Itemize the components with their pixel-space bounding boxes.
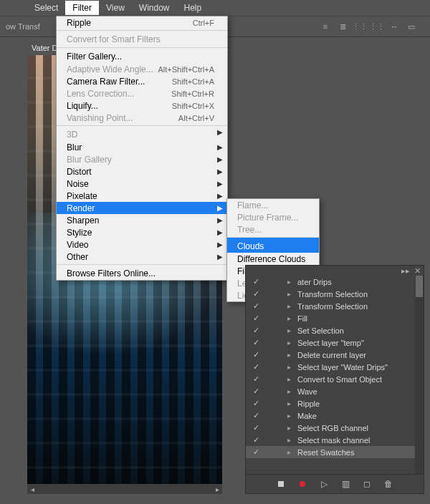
menu-item-video[interactable]: Video▶ <box>57 238 227 251</box>
expand-icon[interactable]: ▸ <box>287 436 297 444</box>
menu-item-flame: Flame... <box>227 199 319 211</box>
menu-item-clouds[interactable]: Clouds <box>227 237 319 253</box>
menu-window[interactable]: Window <box>132 1 177 15</box>
check-icon[interactable]: ✓ <box>246 350 266 359</box>
canvas-hscroll[interactable]: ◂ ▸ <box>27 484 222 494</box>
check-icon[interactable]: ✓ <box>246 399 266 408</box>
mode-icon[interactable]: ▭ <box>406 21 417 32</box>
expand-icon[interactable]: ▸ <box>287 412 297 420</box>
menu-item-label: Browse Filters Online... <box>67 268 214 278</box>
expand-icon[interactable]: ▸ <box>287 448 297 456</box>
check-icon[interactable]: ✓ <box>246 338 266 347</box>
action-row[interactable]: ✓▸Wave <box>246 385 424 397</box>
action-label: Select layer "temp" <box>297 339 424 347</box>
spacing-icon[interactable]: ↔ <box>388 21 400 32</box>
check-icon[interactable]: ✓ <box>246 423 266 432</box>
trash-icon[interactable]: 🗑 <box>383 479 393 489</box>
folder-icon[interactable]: ▥ <box>340 479 350 489</box>
action-row[interactable]: ✓▸Convert to Smart Object <box>246 373 424 385</box>
panel-vscroll[interactable] <box>415 276 424 475</box>
expand-icon[interactable]: ▸ <box>287 399 297 407</box>
expand-icon[interactable]: ▸ <box>287 363 297 371</box>
close-icon[interactable]: ✕ <box>414 266 421 276</box>
menu-item-blur[interactable]: Blur▶ <box>57 141 227 153</box>
check-icon[interactable]: ✓ <box>246 374 266 384</box>
menu-item-liquify[interactable]: Liquify...Shift+Ctrl+X <box>57 100 227 112</box>
action-label: Wave <box>297 387 424 396</box>
menu-shortcut: Shift+Ctrl+R <box>171 89 214 98</box>
scroll-left-icon[interactable]: ◂ <box>27 484 37 494</box>
menu-item-pixelate[interactable]: Pixelate▶ <box>57 190 227 202</box>
menu-item-convert-for-smart-filters: Convert for Smart Filters <box>57 30 227 46</box>
action-row[interactable]: ✓▸Set Selection <box>246 324 424 336</box>
menu-item-stylize[interactable]: Stylize▶ <box>57 226 227 238</box>
action-row[interactable]: ✓▸ater Drips <box>246 276 424 288</box>
action-row[interactable]: ✓▸Ripple <box>246 397 424 410</box>
check-icon[interactable]: ✓ <box>246 301 266 311</box>
expand-icon[interactable]: ▸ <box>287 326 297 334</box>
scroll-thumb[interactable] <box>416 276 423 297</box>
check-icon[interactable]: ✓ <box>246 362 266 372</box>
menu-view[interactable]: View <box>99 1 132 15</box>
action-row[interactable]: ✓▸Delete current layer <box>246 349 424 361</box>
check-icon[interactable]: ✓ <box>246 314 266 323</box>
expand-icon[interactable]: ▸ <box>287 278 297 286</box>
action-row[interactable]: ✓▸Make <box>246 410 424 422</box>
menu-help[interactable]: Help <box>177 1 209 15</box>
expand-icon[interactable]: ▸ <box>287 302 297 310</box>
check-icon[interactable]: ✓ <box>246 447 266 457</box>
check-icon[interactable]: ✓ <box>246 387 266 396</box>
menu-shortcut: Ctrl+F <box>193 19 214 27</box>
menu-item-vanishing-point: Vanishing Point...Alt+Ctrl+V <box>57 112 227 124</box>
expand-icon[interactable]: ▸ <box>287 351 297 359</box>
action-row[interactable]: ✓▸Transform Selection <box>246 288 424 300</box>
menu-item-camera-raw-filter[interactable]: Camera Raw Filter...Shift+Ctrl+A <box>57 75 227 87</box>
align-icon-2[interactable]: ≣ <box>337 21 348 32</box>
expand-icon[interactable]: ▸ <box>287 339 297 346</box>
check-icon[interactable]: ✓ <box>246 411 266 420</box>
action-row[interactable]: ✓▸Select layer "temp" <box>246 336 424 349</box>
check-icon[interactable]: ✓ <box>246 326 266 335</box>
action-row[interactable]: ✓▸Fill <box>246 312 424 324</box>
menu-item-distort[interactable]: Distort▶ <box>57 165 227 178</box>
action-row[interactable]: ✓▸Reset Swatches <box>246 446 424 458</box>
menu-item-sharpen[interactable]: Sharpen▶ <box>57 214 227 226</box>
menu-item-noise[interactable]: Noise▶ <box>57 178 227 190</box>
align-icon[interactable]: ≡ <box>320 21 331 32</box>
scroll-right-icon[interactable]: ▸ <box>212 484 222 494</box>
expand-icon[interactable]: ▸ <box>287 387 297 395</box>
check-icon[interactable]: ✓ <box>246 289 266 299</box>
collapse-icon[interactable]: ▸▸ <box>401 266 410 276</box>
menu-item-picture-frame: Picture Frame... <box>227 211 319 223</box>
expand-icon[interactable]: ▸ <box>287 424 297 432</box>
new-icon[interactable]: ◻ <box>362 479 372 489</box>
distribute-icon-2[interactable]: ⋮⋮ <box>371 21 383 32</box>
menu-select[interactable]: Select <box>27 1 65 15</box>
stop-icon[interactable] <box>276 479 286 489</box>
distribute-icon[interactable]: ⋮⋮ <box>354 21 366 32</box>
action-label: Transform Selection <box>297 290 424 299</box>
action-row[interactable]: ✓▸Select mask channel <box>246 434 424 446</box>
menu-item-difference-clouds[interactable]: Difference Clouds <box>227 253 319 265</box>
menu-filter[interactable]: Filter <box>65 1 99 15</box>
menu-item-browse-filters-online[interactable]: Browse Filters Online... <box>57 264 227 280</box>
record-icon[interactable] <box>297 479 307 489</box>
check-icon[interactable]: ✓ <box>246 277 266 286</box>
expand-icon[interactable]: ▸ <box>287 290 297 298</box>
action-label: Select RGB channel <box>297 424 424 432</box>
action-row[interactable]: ✓▸Select layer "Water Drips" <box>246 361 424 373</box>
action-row[interactable]: ✓▸Select RGB channel <box>246 422 424 434</box>
action-row[interactable]: ✓▸Transform Selection <box>246 300 424 312</box>
submenu-arrow-icon: ▶ <box>217 241 223 248</box>
expand-icon[interactable]: ▸ <box>287 314 297 322</box>
menu-item-ripple[interactable]: RippleCtrl+F <box>57 16 227 29</box>
menu-item-other[interactable]: Other▶ <box>57 251 227 263</box>
menu-item-filter-gallery[interactable]: Filter Gallery... <box>57 47 227 63</box>
menu-item-label: Flame... <box>237 200 306 210</box>
menu-item-render[interactable]: Render▶ <box>57 202 227 214</box>
submenu-arrow-icon: ▶ <box>217 155 223 163</box>
check-icon[interactable]: ✓ <box>246 435 266 445</box>
action-label: Convert to Smart Object <box>297 375 424 384</box>
expand-icon[interactable]: ▸ <box>287 375 297 383</box>
play-icon[interactable]: ▷ <box>319 479 329 489</box>
